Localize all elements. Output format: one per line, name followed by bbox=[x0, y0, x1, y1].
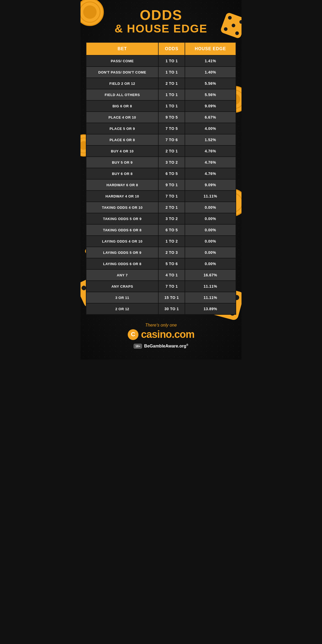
table-row: LAYING ODDS 6 OR 85 to 60.00% bbox=[86, 258, 236, 269]
table-row: 3 OR 1115 to 111.11% bbox=[86, 292, 236, 303]
title-odds-text: ODDS bbox=[140, 7, 182, 23]
cell-odds: 1 to 2 bbox=[158, 236, 185, 247]
cell-house-edge: 13.89% bbox=[185, 303, 236, 314]
cell-bet: BUY 4 OR 10 bbox=[86, 145, 158, 157]
age-badge: 18+ bbox=[134, 344, 142, 349]
table-row: BUY 6 OR 86 to 54.76% bbox=[86, 168, 236, 179]
svg-text:C: C bbox=[131, 331, 136, 338]
cell-odds: 3 to 2 bbox=[158, 157, 185, 168]
cell-odds: 1 to 1 bbox=[158, 100, 185, 112]
cell-odds: 7 to 1 bbox=[158, 281, 185, 292]
cell-bet: DON'T PASS/ DON'T COME bbox=[86, 67, 158, 78]
cell-bet: BUY 5 OR 9 bbox=[86, 157, 158, 168]
tagline-orange: only one bbox=[160, 323, 177, 327]
cell-bet: TAKING ODDS 5 OR 9 bbox=[86, 213, 158, 224]
cell-odds: 30 to 1 bbox=[158, 303, 185, 314]
cell-bet: 3 OR 11 bbox=[86, 292, 158, 303]
table-header-row: BET ODDS HOUSE EDGE bbox=[86, 42, 236, 55]
cell-bet: HARDWAY 6 OR 8 bbox=[86, 179, 158, 191]
cell-house-edge: 4.76% bbox=[185, 157, 236, 168]
cell-bet: 2 OR 12 bbox=[86, 303, 158, 314]
table-row: DON'T PASS/ DON'T COME1 to 11.40% bbox=[86, 67, 236, 78]
table-row: ANY 74 to 116.67% bbox=[86, 269, 236, 281]
col-bet: BET bbox=[86, 42, 158, 55]
odds-table: BET ODDS HOUSE EDGE PASS/ COME1 to 11.41… bbox=[86, 42, 236, 315]
casino-name: casino.com bbox=[141, 329, 194, 340]
table-row: PLACE 4 OR 109 to 56.67% bbox=[86, 112, 236, 123]
aware-text: BeGambleAware.org® bbox=[144, 343, 188, 349]
cell-bet: TAKING ODDS 4 OR 10 bbox=[86, 202, 158, 213]
casino-logo-icon: C bbox=[127, 329, 139, 340]
page-wrapper: ODDS & HOUSE EDGE BET ODDS HOUSE EDGE PA… bbox=[80, 0, 241, 360]
cell-odds: 6 to 5 bbox=[158, 168, 185, 179]
table-row: BIG 6 OR 81 to 19.09% bbox=[86, 100, 236, 112]
cell-bet: PASS/ COME bbox=[86, 55, 158, 67]
cell-house-edge: 0.00% bbox=[185, 202, 236, 213]
footer-section: There's only one C casino.com 18+ BeGamb… bbox=[86, 323, 236, 349]
cell-house-edge: 1.40% bbox=[185, 67, 236, 78]
table-row: ANY CRAPS7 to 111.11% bbox=[86, 281, 236, 292]
cell-bet: BIG 6 OR 8 bbox=[86, 100, 158, 112]
title-section: ODDS & HOUSE EDGE bbox=[86, 8, 236, 35]
table-row: BUY 5 OR 93 to 24.76% bbox=[86, 157, 236, 168]
cell-odds: 7 to 6 bbox=[158, 134, 185, 145]
title-line1: ODDS bbox=[86, 8, 236, 22]
cell-bet: LAYING ODDS 6 OR 8 bbox=[86, 258, 158, 269]
cell-house-edge: 11.11% bbox=[185, 191, 236, 202]
cell-house-edge: 9.09% bbox=[185, 179, 236, 191]
cell-bet: ANY 7 bbox=[86, 269, 158, 281]
tagline-white: There's bbox=[145, 323, 160, 327]
footer-logo: C casino.com bbox=[86, 329, 236, 340]
cell-house-edge: 1.52% bbox=[185, 134, 236, 145]
table-row: LAYING ODDS 4 OR 101 to 20.00% bbox=[86, 236, 236, 247]
cell-house-edge: 0.00% bbox=[185, 213, 236, 224]
cell-odds: 5 to 6 bbox=[158, 258, 185, 269]
cell-odds: 2 to 3 bbox=[158, 247, 185, 258]
table-row: HARDWAY 6 OR 89 to 19.09% bbox=[86, 179, 236, 191]
cell-bet: LAYING ODDS 5 OR 9 bbox=[86, 247, 158, 258]
cell-house-edge: 11.11% bbox=[185, 292, 236, 303]
cell-odds: 2 to 1 bbox=[158, 78, 185, 89]
cell-bet: LAYING ODDS 4 OR 10 bbox=[86, 236, 158, 247]
cell-house-edge: 0.00% bbox=[185, 247, 236, 258]
table-row: TAKING ODDS 6 OR 86 to 50.00% bbox=[86, 224, 236, 236]
cell-house-edge: 1.41% bbox=[185, 55, 236, 67]
table-row: HARDWAY 4 OR 107 to 111.11% bbox=[86, 191, 236, 202]
cell-odds: 2 to 1 bbox=[158, 145, 185, 157]
cell-odds: 4 to 1 bbox=[158, 269, 185, 281]
cell-odds: 7 to 1 bbox=[158, 191, 185, 202]
table-row: FIELD 2 OR 122 to 15.56% bbox=[86, 78, 236, 89]
cell-odds: 1 to 1 bbox=[158, 67, 185, 78]
cell-house-edge: 0.00% bbox=[185, 258, 236, 269]
cell-house-edge: 0.00% bbox=[185, 236, 236, 247]
cell-odds: 9 to 5 bbox=[158, 112, 185, 123]
casino-name-orange: .com bbox=[172, 329, 195, 340]
table-row: TAKING ODDS 5 OR 93 to 20.00% bbox=[86, 213, 236, 224]
cell-bet: FIELD ALL OTHERS bbox=[86, 89, 158, 100]
footer-aware: 18+ BeGambleAware.org® bbox=[86, 343, 236, 349]
cell-bet: ANY CRAPS bbox=[86, 281, 158, 292]
table-row: PASS/ COME1 to 11.41% bbox=[86, 55, 236, 67]
casino-name-white: casino bbox=[141, 329, 171, 340]
table-row: BUY 4 OR 102 to 14.76% bbox=[86, 145, 236, 157]
table-row: 2 OR 1230 to 113.89% bbox=[86, 303, 236, 314]
cell-bet: PLACE 6 OR 8 bbox=[86, 134, 158, 145]
cell-odds: 2 to 1 bbox=[158, 202, 185, 213]
table-row: LAYING ODDS 5 OR 92 to 30.00% bbox=[86, 247, 236, 258]
footer-tagline: There's only one bbox=[86, 323, 236, 328]
cell-house-edge: 6.67% bbox=[185, 112, 236, 123]
title-line2: & HOUSE EDGE bbox=[86, 22, 236, 35]
cell-odds: 6 to 5 bbox=[158, 224, 185, 236]
title-house: & HOUSE bbox=[115, 22, 173, 35]
cell-odds: 9 to 1 bbox=[158, 179, 185, 191]
cell-bet: BUY 6 OR 8 bbox=[86, 168, 158, 179]
cell-house-edge: 4.76% bbox=[185, 145, 236, 157]
cell-bet: HARDWAY 4 OR 10 bbox=[86, 191, 158, 202]
table-row: FIELD ALL OTHERS1 to 15.56% bbox=[86, 89, 236, 100]
cell-bet: PLACE 5 OR 9 bbox=[86, 123, 158, 134]
cell-odds: 15 to 1 bbox=[158, 292, 185, 303]
cell-house-edge: 9.09% bbox=[185, 100, 236, 112]
cell-house-edge: 5.56% bbox=[185, 89, 236, 100]
title-edge: EDGE bbox=[173, 22, 207, 35]
cell-odds: 1 to 1 bbox=[158, 89, 185, 100]
